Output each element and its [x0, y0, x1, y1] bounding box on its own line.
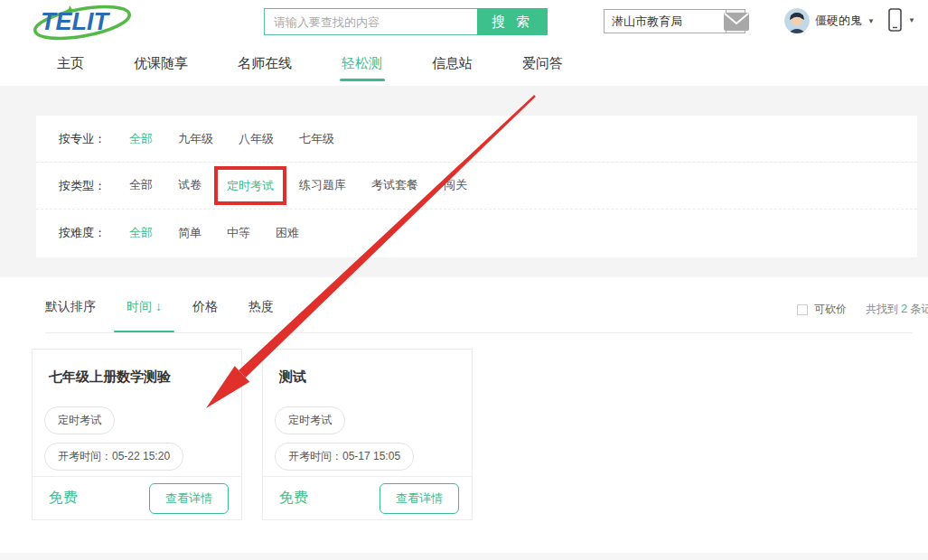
- sort-tabs: 默认排序 时间 ↓ 价格 热度: [45, 299, 913, 333]
- user-menu[interactable]: 僵硬的鬼 ▼: [784, 8, 875, 33]
- filter-options: 全部 试卷 定时考试 练习题库 考试套餐 闯关: [129, 177, 467, 194]
- filter-option[interactable]: 简单: [178, 225, 202, 241]
- filter-band: 按专业： 全部 九年级 八年级 七年级 按类型： 全部 试卷 定时考试: [0, 86, 928, 277]
- filter-option[interactable]: 全部: [129, 177, 153, 194]
- filter-panel: 按专业： 全部 九年级 八年级 七年级 按类型： 全部 试卷 定时考试: [36, 116, 917, 257]
- results-number: 2: [901, 302, 907, 315]
- nav-item-easy-test[interactable]: 轻松测: [342, 43, 382, 83]
- filter-option[interactable]: 全部: [129, 131, 153, 147]
- filter-option[interactable]: 八年级: [239, 131, 274, 147]
- org-select-value: 潜山市教育局: [605, 14, 726, 30]
- bargain-checkbox[interactable]: [797, 304, 808, 315]
- filter-options: 全部 九年级 八年级 七年级: [129, 131, 334, 147]
- filter-option[interactable]: 考试套餐: [371, 177, 418, 194]
- sort-tab-price[interactable]: 价格: [192, 299, 218, 315]
- sort-tab-default[interactable]: 默认排序: [45, 299, 96, 315]
- nav-item-home[interactable]: 主页: [57, 43, 84, 83]
- exam-card-footer: 免费 查看详情: [263, 476, 472, 519]
- mobile-caret-down-icon: ▼: [908, 16, 915, 24]
- filter-option[interactable]: 七年级: [299, 131, 334, 147]
- filter-option[interactable]: 九年级: [178, 131, 213, 147]
- filter-label: 按类型：: [59, 178, 124, 194]
- sort-tab-time[interactable]: 时间 ↓: [127, 299, 162, 315]
- search-input[interactable]: [264, 8, 477, 35]
- exam-card-list: 七年级上册数学测验 定时考试 开考时间：05-22 15:20 免费 查看详情 …: [0, 349, 928, 520]
- price-label: 免费: [49, 489, 78, 508]
- exam-start-time: 开考时间：05-17 15:05: [275, 443, 414, 471]
- filter-label: 按难度：: [59, 225, 124, 241]
- site-logo[interactable]: TELIT: [30, 1, 136, 42]
- mobile-app-menu[interactable]: ▼: [888, 8, 915, 32]
- filter-option[interactable]: 全部: [129, 225, 153, 241]
- exam-card[interactable]: 七年级上册数学测验 定时考试 开考时间：05-22 15:20 免费 查看详情: [32, 349, 242, 520]
- exam-type-badge: 定时考试: [44, 406, 115, 434]
- results-prefix: 共找到: [866, 303, 898, 315]
- filter-option-timed-exam-wrap: 定时考试: [227, 177, 274, 194]
- filter-option[interactable]: 中等: [227, 225, 250, 241]
- sort-right-group: 可砍价 共找到2条记录: [797, 302, 928, 317]
- mail-icon[interactable]: [724, 13, 749, 34]
- nav-item-info[interactable]: 信息站: [432, 43, 473, 83]
- results-count: 共找到2条记录: [866, 302, 928, 317]
- view-details-button[interactable]: 查看详情: [380, 483, 459, 514]
- sort-section: 默认排序 时间 ↓ 价格 热度 可砍价 共找到2条记录: [0, 277, 928, 333]
- filter-option[interactable]: 练习题库: [299, 177, 346, 194]
- exam-card[interactable]: 测试 定时考试 开考时间：05-17 15:05 免费 查看详情: [262, 349, 473, 520]
- price-label: 免费: [279, 489, 308, 508]
- exam-card-footer: 免费 查看详情: [33, 476, 241, 519]
- top-bar: TELIT 搜 索 潜山市教育局 ▼: [0, 0, 928, 43]
- filter-option[interactable]: 困难: [276, 225, 299, 241]
- exam-start-time: 开考时间：05-22 15:20: [44, 443, 183, 471]
- nav-item-courses[interactable]: 优课随享: [134, 43, 188, 83]
- logo-text: TELIT: [41, 8, 108, 36]
- nav-item-teachers[interactable]: 名师在线: [238, 43, 292, 83]
- exam-card-title: 测试: [263, 350, 472, 386]
- filter-option-timed-exam[interactable]: 定时考试: [227, 179, 274, 192]
- main-nav: 主页 优课随享 名师在线 轻松测 信息站 爱问答: [0, 43, 928, 83]
- filter-row-difficulty: 按难度： 全部 简单 中等 困难: [36, 210, 917, 257]
- page: TELIT 搜 索 潜山市教育局 ▼: [0, 0, 928, 560]
- avatar: [784, 8, 810, 33]
- filter-label: 按专业：: [59, 131, 124, 147]
- nav-item-qa[interactable]: 爱问答: [522, 43, 563, 83]
- results-suffix: 条记录: [910, 303, 928, 315]
- sort-tab-popularity[interactable]: 热度: [248, 299, 274, 315]
- bargain-label: 可砍价: [814, 302, 847, 317]
- search-button[interactable]: 搜 索: [477, 8, 548, 35]
- filter-option[interactable]: 试卷: [178, 177, 202, 194]
- filter-row-type: 按类型： 全部 试卷 定时考试 练习题库 考试套餐 闯关: [36, 163, 917, 210]
- filter-row-subject: 按专业： 全部 九年级 八年级 七年级: [36, 116, 917, 163]
- phone-icon: [888, 8, 902, 32]
- user-caret-down-icon: ▼: [867, 17, 875, 25]
- exam-type-badge: 定时考试: [275, 406, 345, 434]
- filter-options: 全部 简单 中等 困难: [129, 225, 299, 241]
- search-bar: 搜 索: [264, 8, 548, 35]
- bottom-strip: [0, 553, 928, 560]
- view-details-button[interactable]: 查看详情: [149, 483, 229, 514]
- filter-option[interactable]: 闯关: [444, 177, 467, 194]
- exam-card-title: 七年级上册数学测验: [33, 350, 241, 386]
- user-name: 僵硬的鬼: [815, 13, 862, 29]
